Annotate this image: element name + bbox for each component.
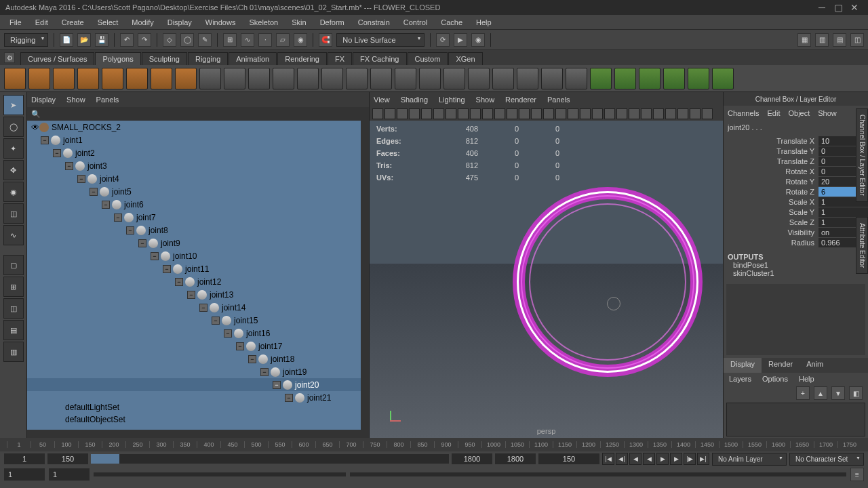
- menu-control[interactable]: Control: [397, 16, 434, 28]
- outliner-menu-panels[interactable]: Panels: [96, 96, 119, 104]
- viewport-icon-7[interactable]: [458, 108, 469, 119]
- menu-constrain[interactable]: Constrain: [351, 16, 397, 28]
- channel-attr-row[interactable]: Rotate X0: [724, 166, 868, 176]
- outliner-joint-row[interactable]: −joint15: [27, 314, 369, 327]
- shelf-icon-18[interactable]: [443, 68, 465, 89]
- viewport-icon-16[interactable]: [568, 108, 578, 119]
- viewport-icon-3[interactable]: [409, 108, 420, 119]
- expand-toggle-icon[interactable]: −: [90, 188, 98, 196]
- outliner-joint-row[interactable]: −joint19: [27, 365, 369, 378]
- joint-label[interactable]: joint8: [149, 226, 168, 235]
- outliner-joint-row[interactable]: −joint2: [27, 146, 369, 159]
- menu-skin[interactable]: Skin: [285, 16, 313, 28]
- channel-attr-row[interactable]: Scale Y1: [724, 207, 868, 217]
- range-slider[interactable]: [91, 454, 449, 464]
- cb-menu-channels[interactable]: Channels: [728, 109, 759, 117]
- shelf-icon-10[interactable]: [248, 68, 270, 89]
- outliner-tree[interactable]: 👁 SMALL_ROCKS_2 −joint1−joint2−joint3−jo…: [27, 121, 369, 438]
- close-button[interactable]: ✕: [846, 2, 863, 13]
- scale-tool[interactable]: ◫: [3, 203, 24, 224]
- viewport-icon-19[interactable]: [604, 108, 615, 119]
- shelf-icon-15[interactable]: [370, 68, 392, 89]
- panel-layout-icon-1[interactable]: ▦: [797, 33, 811, 47]
- joint-label[interactable]: joint13: [210, 290, 233, 300]
- expand-toggle-icon[interactable]: −: [102, 201, 110, 209]
- layers-menu-help[interactable]: Help: [799, 375, 814, 383]
- cb-menu-edit[interactable]: Edit: [767, 109, 780, 117]
- expand-toggle-icon[interactable]: −: [187, 291, 195, 299]
- viewport-icon-2[interactable]: [397, 108, 408, 119]
- shelf-icon-23[interactable]: [566, 68, 587, 89]
- channel-attr-row[interactable]: Scale X1: [724, 197, 868, 207]
- viewport-icon-1[interactable]: [384, 108, 395, 119]
- redo-icon[interactable]: ↷: [138, 33, 151, 47]
- shelf-icon-11[interactable]: [273, 68, 294, 89]
- shelf-tab-polygons[interactable]: Polygons: [95, 52, 140, 65]
- layer-move-down-icon[interactable]: ▼: [831, 386, 845, 400]
- shelf-icon-9[interactable]: [224, 68, 245, 89]
- shelf-tab-custom[interactable]: Custom: [408, 52, 448, 65]
- output-node[interactable]: bindPose1: [728, 261, 864, 269]
- outliner-joint-row[interactable]: −joint20: [27, 378, 369, 391]
- move-tool[interactable]: ✥: [3, 160, 24, 180]
- channel-attr-row[interactable]: Radius0.966: [724, 237, 868, 247]
- channel-attr-row[interactable]: Translate X10: [724, 136, 868, 146]
- anim-layer-dropdown[interactable]: No Anim Layer: [712, 453, 787, 466]
- shelf-icon-16[interactable]: [395, 68, 416, 89]
- step-back-button[interactable]: ◀: [629, 453, 642, 465]
- outliner-menu-show[interactable]: Show: [66, 96, 85, 104]
- lasso-select-icon[interactable]: ◯: [180, 33, 194, 47]
- outliner-joint-row[interactable]: −joint6: [27, 198, 369, 211]
- expand-toggle-icon[interactable]: −: [138, 239, 146, 247]
- outliner-set[interactable]: defaultLightSet: [65, 403, 119, 412]
- go-to-start-button[interactable]: |◀: [602, 453, 614, 465]
- live-surface-dropdown[interactable]: No Live Surface: [336, 33, 425, 47]
- viewport-icon-9[interactable]: [482, 108, 493, 119]
- shelf-icon-25[interactable]: [614, 68, 636, 89]
- expand-toggle-icon[interactable]: −: [126, 226, 134, 235]
- select-tool[interactable]: ➤: [3, 95, 24, 115]
- step-forward-button[interactable]: ▶: [670, 453, 682, 465]
- attr-value-field[interactable]: 1: [818, 207, 868, 217]
- viewport-icon-13[interactable]: [531, 108, 542, 119]
- outliner-joint-row[interactable]: −joint3: [27, 159, 369, 172]
- joint-label[interactable]: joint18: [271, 354, 294, 364]
- layer-tab-render[interactable]: Render: [762, 358, 800, 373]
- shelf-tab-rendering[interactable]: Rendering: [277, 52, 327, 65]
- shelf-tab-fx[interactable]: FX: [328, 52, 352, 65]
- joint-label[interactable]: joint20: [295, 380, 319, 390]
- viewport-icon-14[interactable]: [543, 108, 554, 119]
- viewport-menu-show[interactable]: Show: [476, 96, 495, 104]
- shelf-tab-xgen[interactable]: XGen: [448, 52, 482, 65]
- viewport-icon-22[interactable]: [641, 108, 652, 119]
- channel-attr-row[interactable]: Rotate Y20: [724, 176, 868, 186]
- select-mode-icon[interactable]: ◇: [163, 33, 176, 47]
- menu-windows[interactable]: Windows: [199, 16, 243, 28]
- menu-select[interactable]: Select: [91, 16, 125, 28]
- ipr-render-icon[interactable]: ◉: [471, 33, 485, 47]
- layer-add-icon[interactable]: +: [796, 386, 810, 400]
- layers-menu-options[interactable]: Options: [762, 375, 788, 383]
- expand-toggle-icon[interactable]: −: [53, 149, 61, 157]
- outliner-joint-row[interactable]: −joint1: [27, 134, 369, 146]
- outliner-joint-row[interactable]: −joint14: [27, 301, 369, 314]
- rotate-tool[interactable]: ◉: [3, 182, 24, 202]
- joint-label[interactable]: joint11: [185, 264, 209, 274]
- single-pane-layout[interactable]: ▢: [3, 255, 24, 275]
- lasso-tool[interactable]: ◯: [3, 117, 24, 137]
- shelf-tab-curves-surfaces[interactable]: Curves / Surfaces: [20, 52, 94, 65]
- expand-toggle-icon[interactable]: −: [199, 304, 208, 312]
- joint-label[interactable]: joint19: [283, 367, 307, 377]
- channel-attr-row[interactable]: Visibilityon: [724, 227, 868, 237]
- expand-toggle-icon[interactable]: −: [175, 278, 183, 286]
- outliner-joint-row[interactable]: −joint16: [27, 327, 369, 340]
- shelf-icon-7[interactable]: [175, 68, 197, 89]
- outliner-joint-row[interactable]: −joint9: [27, 237, 369, 249]
- joint-label[interactable]: joint14: [222, 303, 245, 312]
- anim-end-field[interactable]: 1800: [495, 453, 536, 464]
- outliner-search-bar[interactable]: 🔍: [27, 107, 369, 121]
- shelf-icon-12[interactable]: [297, 68, 319, 89]
- display-layers-list[interactable]: [726, 403, 865, 436]
- shelf-icon-0[interactable]: [4, 68, 26, 89]
- character-set-dropdown[interactable]: No Character Set: [789, 453, 864, 466]
